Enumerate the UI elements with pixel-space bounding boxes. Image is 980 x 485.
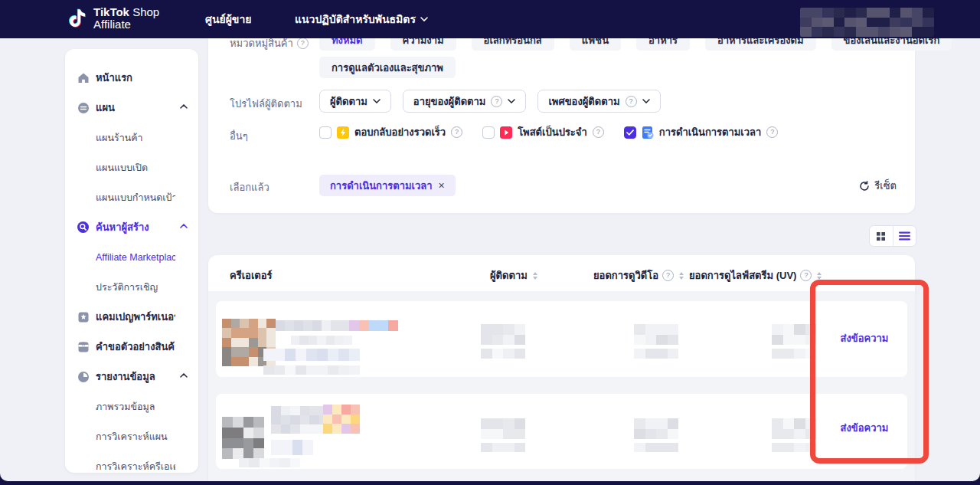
- column-creator: ครีเอเตอร์: [230, 267, 273, 283]
- sidebar-item-data-reports[interactable]: รายงานข้อมูล: [65, 362, 198, 392]
- sort-icon[interactable]: [533, 272, 537, 280]
- redacted-info-line: [271, 440, 313, 455]
- grid-view-button[interactable]: [870, 226, 893, 246]
- sidebar-item-creator-analysis[interactable]: การวิเคราะห์ครีเอเตอร์: [65, 451, 198, 481]
- followers-dropdown[interactable]: ผู้ติดตาม: [319, 90, 391, 113]
- sort-icon[interactable]: [817, 272, 822, 280]
- redacted-sub-value: [772, 349, 816, 359]
- help-icon: ?: [491, 96, 502, 107]
- column-video-views[interactable]: ยอดการดูวิดีโอ ?: [593, 267, 684, 283]
- redacted-sub-value: [634, 349, 678, 359]
- help-icon[interactable]: ?: [451, 126, 462, 138]
- redacted-video-views-value: [634, 324, 678, 345]
- nav-seller-center-link[interactable]: ศูนย์ผู้ขาย: [205, 0, 252, 38]
- sort-icon[interactable]: [679, 272, 684, 280]
- send-message-button[interactable]: ส่งข้อความ: [818, 420, 910, 436]
- follower-profile-dropdowns: ผู้ติดตาม อายุของผู้ติดตาม ? เพศของผู้ติ…: [319, 90, 661, 113]
- redacted-badges: [349, 320, 398, 331]
- sidebar-item-open-plan[interactable]: แผนแบบเปิด: [65, 152, 198, 182]
- category-chip-row: ทั้งหมด ความงาม อิเล็กทรอนิกส์ แฟชั่น อา…: [319, 38, 952, 51]
- sidebar-item-home[interactable]: หน้าแรก: [65, 63, 198, 93]
- redacted-sub-value: [772, 443, 816, 452]
- sidebar-item-data-overview[interactable]: ภาพรวมข้อมูล: [65, 392, 198, 421]
- column-followers[interactable]: ผู้ติดตาม: [490, 267, 537, 283]
- grid-icon: [876, 231, 886, 241]
- category-chip-all[interactable]: ทั้งหมด: [319, 38, 375, 51]
- category-chip[interactable]: อาหาร: [636, 38, 690, 51]
- tiktok-note-icon: [69, 8, 87, 28]
- page-background: หน้าแรก แผน แผนร้านค้า แผนแบบเปิด แผนแบบ…: [0, 38, 980, 481]
- sidebar-item-shop-plan[interactable]: แผนร้านค้า: [65, 123, 198, 152]
- filter-panel: หมวดหมู่สินค้า? ทั้งหมด ความงาม อิเล็กทร…: [208, 38, 915, 213]
- chevron-up-icon: [180, 224, 188, 228]
- view-mode-toggle: [869, 225, 916, 247]
- sidebar-item-partner-campaign[interactable]: แคมเปญพาร์ทเนอร์: [65, 302, 198, 332]
- others-filter-label: อื่นๆ: [230, 128, 248, 144]
- redacted-sub-value: [481, 443, 525, 452]
- campaign-icon: [77, 310, 90, 323]
- redacted-creator-name: [276, 320, 349, 331]
- redacted-badges: [323, 405, 360, 434]
- quick-reply-checkbox[interactable]: ตอบกลับอย่างรวดเร็ว ?: [319, 124, 462, 140]
- category-chip[interactable]: ความงาม: [390, 38, 456, 51]
- category-filter-label: หมวดหมู่สินค้า?: [230, 38, 309, 51]
- list-icon: [899, 231, 910, 241]
- checkbox-checked[interactable]: [624, 126, 636, 139]
- sidebar-item-plan-analysis[interactable]: การวิเคราะห์แผน: [65, 421, 198, 451]
- creator-row[interactable]: ส่งข้อความ: [216, 301, 907, 377]
- list-view-button[interactable]: [893, 226, 916, 246]
- redacted-avatar: [222, 417, 264, 459]
- help-icon[interactable]: ?: [297, 38, 309, 49]
- reset-icon: [859, 181, 870, 192]
- redacted-username: [291, 336, 352, 345]
- sidebar-item-plans[interactable]: แผน: [65, 93, 198, 123]
- category-chip[interactable]: ของเล่นและงานอดิเรก: [831, 38, 952, 51]
- redacted-account-name: [800, 8, 934, 37]
- table-header: ครีเอเตอร์ ผู้ติดตาม ยอดการดูวิดีโอ ? ยอ…: [208, 255, 915, 291]
- redacted-followers-value: [481, 418, 525, 439]
- chevron-up-icon: [180, 373, 188, 378]
- lightning-icon: [337, 126, 349, 139]
- sidebar-item-target-plan[interactable]: แผนแบบกำหนดเป้าหมาย: [65, 182, 198, 212]
- sidebar-item-sample-requests[interactable]: คำขอตัวอย่างสินค้า: [65, 332, 198, 362]
- help-icon[interactable]: ?: [766, 126, 778, 138]
- creator-row[interactable]: ส่งข้อความ: [216, 394, 907, 469]
- redacted-sub-value: [481, 349, 525, 359]
- reset-button[interactable]: รีเซ็ต: [859, 178, 897, 194]
- video-icon: [500, 126, 512, 139]
- regular-posts-checkbox[interactable]: โพสต์เป็นประจำ ?: [482, 124, 604, 140]
- category-chip-selfcare-health[interactable]: การดูแลตัวเองและสุขภาพ: [319, 57, 456, 78]
- category-chip[interactable]: แฟชั่น: [570, 38, 621, 51]
- nav-partner-guidelines-menu[interactable]: แนวปฏิบัติสำหรับพันธมิตร: [295, 0, 428, 38]
- category-chip[interactable]: อิเล็กทรอนิกส์: [472, 38, 554, 51]
- follower-gender-dropdown[interactable]: เพศของผู้ติดตาม ?: [537, 90, 660, 113]
- timely-action-checkbox[interactable]: การดำเนินการตามเวลา ?: [624, 124, 779, 140]
- category-chip[interactable]: อาหารและเครื่องดื่ม: [705, 38, 816, 51]
- sample-box-icon: [77, 340, 90, 353]
- help-icon[interactable]: ?: [662, 270, 674, 281]
- help-icon[interactable]: ?: [593, 126, 604, 138]
- checkbox-unchecked[interactable]: [319, 126, 332, 139]
- send-message-button[interactable]: ส่งข้อความ: [818, 330, 910, 346]
- sidebar-item-affiliate-marketplace[interactable]: Affiliate Marketplace: [65, 242, 198, 272]
- redacted-info-line: [239, 458, 300, 467]
- column-live-views-uv[interactable]: ยอดการดูไลฟ์สตรีม (UV) ?: [689, 267, 822, 283]
- sidebar-item-invitation-history[interactable]: ประวัติการเชิญ: [65, 272, 198, 302]
- selected-filter-chip[interactable]: การดำเนินการตามเวลา ×: [319, 175, 456, 196]
- sidebar-item-find-creators[interactable]: ค้นหาผู้สร้าง: [65, 212, 198, 242]
- redacted-live-views-value: [772, 324, 816, 345]
- redacted-followers-value: [481, 324, 525, 345]
- selected-filters-label: เลือกแล้ว: [230, 179, 270, 195]
- close-icon[interactable]: ×: [439, 179, 445, 192]
- tiktok-shop-affiliate-logo[interactable]: TikTok Shop Affiliate: [69, 6, 159, 31]
- sidebar: หน้าแรก แผน แผนร้านค้า แผนแบบเปิด แผนแบบ…: [65, 49, 198, 473]
- search-icon: [77, 221, 90, 234]
- redacted-video-views-value: [634, 418, 678, 439]
- chevron-down-icon: [420, 17, 428, 21]
- top-navbar: TikTok Shop Affiliate ศูนย์ผู้ขาย แนวปฏิ…: [0, 0, 980, 38]
- follower-age-dropdown[interactable]: อายุของผู้ติดตาม ?: [403, 90, 527, 113]
- report-icon: [77, 370, 90, 383]
- checkbox-unchecked[interactable]: [482, 126, 495, 139]
- follower-profile-label: โปรไฟล์ผู้ติดตาม: [230, 96, 302, 112]
- help-icon[interactable]: ?: [800, 270, 812, 281]
